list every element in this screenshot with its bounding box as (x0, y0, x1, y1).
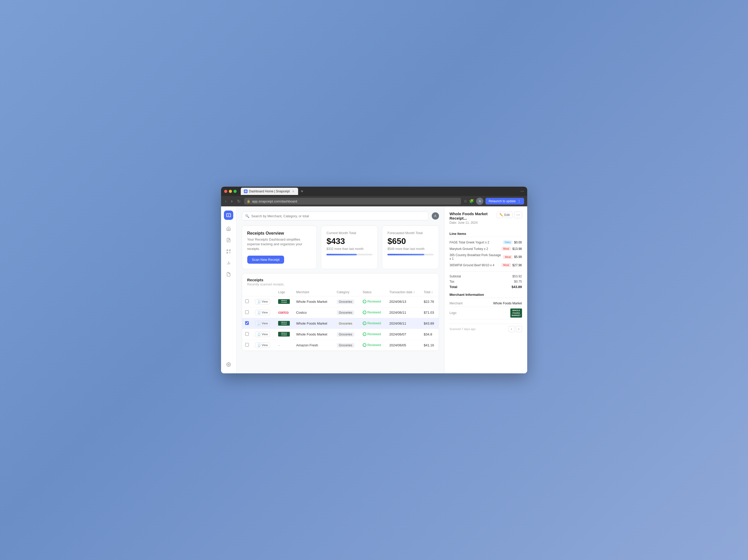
current-month-card: Current Month Total $433 $332 more than … (321, 225, 378, 269)
overview-title: Receipts Overview (247, 231, 311, 236)
back-button[interactable]: ‹ (224, 198, 228, 204)
scan-new-receipt-button[interactable]: Scan New Receipt (247, 255, 284, 264)
new-tab-button[interactable]: + (299, 189, 305, 194)
extensions-icon[interactable]: 🧩 (469, 199, 474, 203)
row-checkbox[interactable] (245, 321, 249, 325)
merchant-row: Merchant Whole Foods Market (450, 300, 522, 307)
close-window-button[interactable] (224, 190, 227, 193)
svg-rect-6 (227, 252, 228, 253)
next-receipt-button[interactable]: › (516, 326, 522, 332)
browser-user-avatar[interactable]: A (476, 198, 483, 205)
view-button[interactable]: 🧾 View (255, 310, 270, 315)
refresh-button[interactable]: ↻ (236, 198, 241, 204)
prev-receipt-button[interactable]: ‹ (509, 326, 515, 332)
row-total-cell: $34.8 (421, 329, 439, 340)
row-checkbox-cell[interactable] (242, 329, 252, 340)
sidebar-item-documents[interactable] (224, 270, 233, 279)
search-bar[interactable]: 🔍 (242, 212, 429, 220)
wf-logo-icon: WHOLEFOODS (278, 332, 290, 337)
maximize-window-button[interactable] (234, 190, 237, 193)
category-badge: Groceries (337, 343, 354, 348)
line-item-price: $0.00 (514, 241, 522, 244)
row-view-cell[interactable]: 🧾 View (252, 296, 275, 307)
edit-button[interactable]: ✏️ Edit (497, 212, 513, 218)
line-item-name: Maryturk Ground Turkey x 2 (450, 247, 500, 251)
more-options-button[interactable]: ⋯ (514, 212, 522, 218)
overview-description: Your Receipts Dashboard simplifies expen… (247, 237, 311, 251)
no-logo: – (278, 343, 280, 347)
status-reviewed: ✓ Reviewed (363, 332, 383, 336)
forecasted-month-progress-fill (388, 254, 424, 255)
costco-logo-icon: COSTCO (278, 311, 288, 314)
row-status-cell: ✓ Reviewed (359, 329, 386, 340)
sidebar-item-home[interactable] (224, 224, 233, 233)
status-icon: ✓ (363, 321, 366, 325)
view-button[interactable]: 🧾 View (255, 321, 270, 326)
sidebar-item-receipts[interactable] (224, 236, 233, 245)
address-bar: ‹ › ↻ 🔒 app.snapceipt.com/dashboard ☆ 🧩 … (221, 196, 527, 206)
row-total-cell: $41.16 (421, 340, 439, 350)
window-controls: ⋯ (520, 189, 524, 193)
view-button[interactable]: 🧾 View (255, 342, 270, 348)
app-layout: 🔍 A Receipts Overview Your Receipts Dash… (221, 206, 527, 373)
browser-actions: ☆ 🧩 A Relaunch to update ⋮ (464, 198, 524, 205)
view-button[interactable]: 🧾 View (255, 299, 270, 305)
user-avatar[interactable]: A (432, 212, 439, 220)
row-checkbox[interactable] (245, 310, 249, 314)
forecasted-month-card: Forecasted Month Total $650 $549 more th… (382, 225, 439, 269)
row-merchant-cell: Whole Foods Market (293, 318, 333, 329)
sidebar-item-scan[interactable] (224, 247, 233, 256)
active-tab[interactable]: Dashboard Home | Snapceipt ✕ (241, 188, 298, 195)
row-view-cell[interactable]: 🧾 View (252, 329, 275, 340)
address-text: app.snapceipt.com/dashboard (252, 199, 459, 203)
svg-point-10 (228, 364, 229, 365)
row-checkbox[interactable] (245, 332, 249, 336)
minimize-window-button[interactable] (229, 190, 232, 193)
forecasted-month-sub: $549 more than last month (388, 247, 433, 251)
relaunch-button[interactable]: Relaunch to update ⋮ (486, 198, 524, 204)
current-month-value: $433 (326, 237, 372, 246)
row-checkbox-cell[interactable] (242, 340, 252, 350)
status-icon: ✓ (363, 300, 366, 303)
forward-button[interactable]: › (230, 198, 234, 204)
view-button[interactable]: 🧾 View (255, 332, 270, 337)
line-item-name: FAGE Total Greek Yogurt x 2 (450, 241, 501, 244)
line-item-tag: Meat (501, 263, 511, 267)
panel-footer: Scanned 7 days ago ‹ › (450, 323, 522, 332)
row-merchant-cell: Amazon Fresh (293, 340, 333, 350)
col-date: Transaction date ↕ (386, 288, 421, 296)
traffic-lights (224, 190, 237, 193)
star-icon[interactable]: ☆ (464, 199, 467, 203)
line-item-tag: Meat (503, 255, 512, 259)
row-checkbox-cell[interactable] (242, 318, 252, 329)
sidebar-logo[interactable] (224, 211, 233, 220)
sidebar-item-settings[interactable] (224, 360, 233, 369)
row-view-cell[interactable]: 🧾 View (252, 318, 275, 329)
address-input-bar[interactable]: 🔒 app.snapceipt.com/dashboard (244, 198, 461, 204)
col-total: Total ↕ (421, 288, 439, 296)
forecasted-month-value: $650 (388, 237, 433, 246)
col-merchant: Merchant (293, 288, 333, 296)
subtotal-label: Subtotal (450, 274, 461, 278)
row-view-cell[interactable]: 🧾 View (252, 307, 275, 318)
row-total-cell: $71.03 (421, 307, 439, 318)
sidebar-item-analytics[interactable] (224, 258, 233, 268)
tab-close-button[interactable]: ✕ (291, 190, 295, 193)
logo-row: Logo WHOLEFOODSMARKET (450, 307, 522, 319)
row-checkbox[interactable] (245, 299, 249, 303)
panel-navigation: ‹ › (509, 326, 522, 332)
col-category: Category (334, 288, 359, 296)
tab-favicon-icon (244, 190, 248, 193)
line-item: Maryturk Ground Turkey x 2 Meat $13.98 (450, 245, 522, 252)
row-category-cell: Groceries (334, 340, 359, 350)
row-checkbox-cell[interactable] (242, 307, 252, 318)
current-month-progress-bg (326, 254, 372, 255)
row-checkbox-cell[interactable] (242, 296, 252, 307)
merchant-logo-image: WHOLEFOODSMARKET (510, 309, 522, 318)
line-item-name: 365 Country Breakfast Pork Sausage x 1 (450, 253, 502, 261)
line-item-name: 365WFM Ground Beef 90/10 x 4 (450, 263, 500, 267)
receipt-panel-title: Whole Foods Market Receipt... (450, 212, 497, 220)
row-checkbox[interactable] (245, 343, 249, 347)
search-input[interactable] (251, 214, 425, 218)
row-view-cell[interactable]: 🧾 View (252, 340, 275, 350)
